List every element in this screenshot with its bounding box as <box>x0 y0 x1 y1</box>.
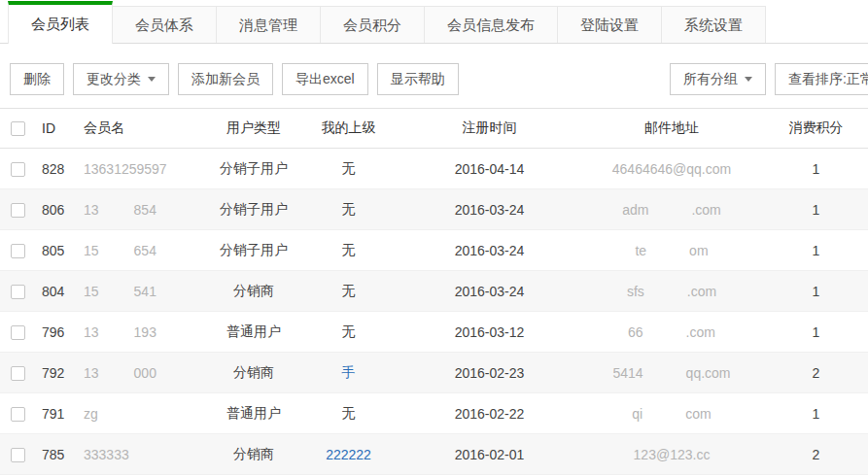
consumption-points: 1 <box>764 202 868 218</box>
redacted-text <box>99 336 134 337</box>
redacted-text <box>99 214 134 215</box>
consumption-points: 1 <box>764 406 868 422</box>
toolbar-left: 删除更改分类添加新会员导出excel显示帮助 <box>10 63 459 95</box>
member-email-visible-end: qq.com <box>686 365 731 381</box>
redacted-text <box>642 418 685 419</box>
superior-text: 无 <box>342 283 356 298</box>
tab-会员体系[interactable]: 会员体系 <box>112 6 217 43</box>
member-name-visible-start: 333333 <box>84 447 129 462</box>
row-checkbox[interactable] <box>11 407 25 422</box>
member-email-visible-start: 123@123.cc <box>634 447 711 462</box>
redacted-text <box>99 255 134 255</box>
tab-会员列表[interactable]: 会员列表 <box>8 1 113 44</box>
superior-link[interactable]: 222222 <box>326 447 371 462</box>
member-admin-page: 会员列表会员体系消息管理会员积分会员信息发布登陆设置系统设置 删除更改分类添加新… <box>0 0 868 475</box>
member-name-visible-start: 13 <box>84 365 99 381</box>
cell-checkbox <box>0 323 35 340</box>
member-email-visible-start: 66 <box>628 324 643 340</box>
row-checkbox[interactable] <box>11 203 25 218</box>
consumption-points: 1 <box>764 284 868 299</box>
row-checkbox[interactable] <box>11 366 25 381</box>
member-email-visible-end: com <box>685 406 711 422</box>
member-id: 791 <box>35 406 84 422</box>
superior-text: 无 <box>342 201 356 217</box>
member-email-visible-start: adm <box>622 202 648 218</box>
member-type: 分销商 <box>210 283 297 300</box>
member-name: zg <box>84 406 210 422</box>
add-member-button-label: 添加新会员 <box>191 71 260 88</box>
row-checkbox[interactable] <box>11 162 25 177</box>
member-name-visible-start: 13631259597 <box>84 161 167 177</box>
member-name-visible-end: 000 <box>134 365 156 381</box>
member-table: ID 会员名 用户类型 我的上级 注册时间 邮件地址 消费积分 82813631… <box>0 108 868 475</box>
registration-date: 2016-03-24 <box>399 243 579 258</box>
member-name-visible-end: 193 <box>134 324 156 340</box>
table-row: 785333333分销商2222222016-02-01123@123.cc2 <box>0 434 868 475</box>
member-email-visible-start: 5414 <box>612 365 642 381</box>
registration-date: 2016-03-24 <box>399 202 579 218</box>
member-email: adm.com <box>579 202 764 218</box>
redacted-text <box>646 255 689 255</box>
cell-checkbox <box>0 201 35 218</box>
member-id: 828 <box>35 161 84 177</box>
change-category-dropdown[interactable]: 更改分类 <box>73 63 169 95</box>
all-groups-dropdown[interactable]: 所有分组 <box>670 63 766 95</box>
show-help-button[interactable]: 显示帮助 <box>377 63 459 95</box>
cell-superior: 无 <box>297 242 399 259</box>
cell-checkbox <box>0 242 35 258</box>
cell-superior: 无 <box>297 201 399 219</box>
member-id: 785 <box>35 447 84 462</box>
superior-text: 无 <box>342 405 356 421</box>
row-checkbox[interactable] <box>11 325 25 340</box>
member-email-visible-start: qi <box>632 406 642 422</box>
member-id: 804 <box>35 284 84 299</box>
registration-date: 2016-03-12 <box>399 324 579 340</box>
redacted-text <box>643 377 686 378</box>
row-checkbox[interactable] <box>11 244 25 258</box>
member-name-visible-start: 13 <box>84 324 99 340</box>
member-name: 13854 <box>84 202 210 218</box>
export-excel-button[interactable]: 导出excel <box>282 63 368 95</box>
delete-button[interactable]: 删除 <box>10 63 64 95</box>
member-name-visible-start: zg <box>84 406 98 422</box>
all-groups-dropdown-label: 所有分组 <box>683 71 738 88</box>
member-name: 13631259597 <box>84 161 210 177</box>
change-category-dropdown-label: 更改分类 <box>87 71 141 88</box>
consumption-points: 1 <box>764 161 868 177</box>
table-row: 79613193普通用户无2016-03-1266.com1 <box>0 312 868 353</box>
tab-系统设置[interactable]: 系统设置 <box>661 6 766 43</box>
cell-checkbox <box>0 364 35 381</box>
header-email: 邮件地址 <box>579 119 764 137</box>
member-email-visible-end: .com <box>691 202 720 218</box>
tab-登陆设置[interactable]: 登陆设置 <box>557 6 662 43</box>
registration-date: 2016-02-01 <box>399 447 579 462</box>
tab-会员积分[interactable]: 会员积分 <box>320 6 425 43</box>
header-points: 消费积分 <box>764 119 868 137</box>
add-member-button[interactable]: 添加新会员 <box>178 63 273 95</box>
chevron-down-icon <box>148 77 156 82</box>
superior-text: 无 <box>342 160 356 176</box>
superior-text: 无 <box>342 323 356 339</box>
tab-消息管理[interactable]: 消息管理 <box>216 6 321 43</box>
select-all-checkbox[interactable] <box>11 121 25 136</box>
delete-button-label: 删除 <box>23 71 51 88</box>
superior-link[interactable]: 手 <box>342 364 356 380</box>
row-checkbox[interactable] <box>11 448 25 462</box>
export-excel-button-label: 导出excel <box>295 71 355 88</box>
redacted-text <box>648 214 691 215</box>
member-type: 分销商 <box>210 446 297 463</box>
member-name-visible-end: 654 <box>134 243 156 258</box>
member-email-visible-start: te <box>635 243 646 258</box>
table-body: 82813631259597分销子用户无2016-04-1446464646@q… <box>0 149 868 475</box>
sort-order-button-label: 查看排序:正常排序 <box>788 71 868 88</box>
cell-superior: 无 <box>297 323 399 341</box>
sort-order-button[interactable]: 查看排序:正常排序 <box>775 63 868 95</box>
row-checkbox[interactable] <box>11 285 25 299</box>
tab-会员信息发布[interactable]: 会员信息发布 <box>424 6 558 43</box>
consumption-points: 1 <box>764 243 868 258</box>
member-name-visible-end: 854 <box>134 202 156 218</box>
member-email: qicom <box>579 406 764 422</box>
member-id: 805 <box>35 243 84 258</box>
registration-date: 2016-04-14 <box>399 161 579 177</box>
member-email-visible-end: .com <box>686 324 715 340</box>
